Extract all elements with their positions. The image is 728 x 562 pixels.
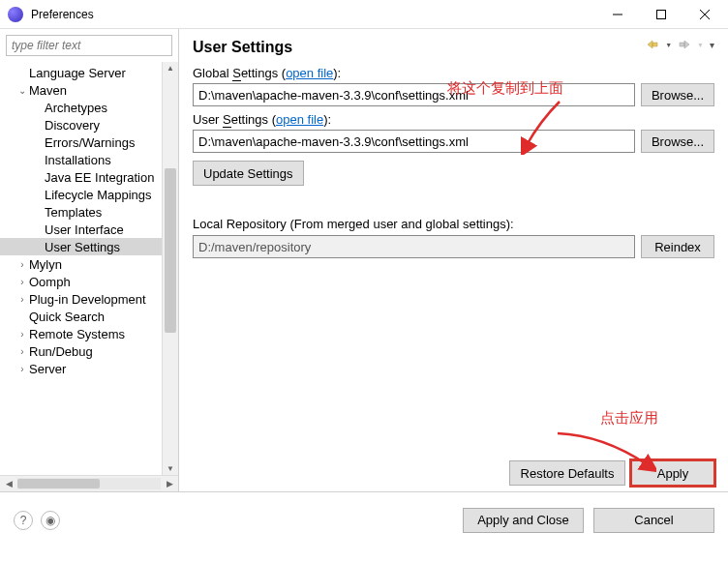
- titlebar: Preferences: [0, 0, 728, 29]
- tree-item[interactable]: ›Server: [0, 360, 162, 377]
- tree-item[interactable]: Templates: [0, 203, 162, 221]
- user-settings-label: User Settings (open file):: [193, 112, 714, 127]
- svg-rect-0: [656, 10, 665, 18]
- tree-item[interactable]: Quick Search: [0, 308, 162, 325]
- tree-item[interactable]: User Interface: [0, 221, 162, 238]
- user-settings-input[interactable]: [193, 130, 635, 153]
- reindex-button[interactable]: Reindex: [641, 235, 714, 258]
- local-repository-input: [193, 235, 635, 258]
- horizontal-scrollbar[interactable]: ◀ ▶: [0, 475, 178, 491]
- tree-item-label: Quick Search: [29, 310, 105, 324]
- global-settings-label: Global Settings (open file):: [193, 66, 714, 80]
- global-open-file-link[interactable]: open file: [286, 66, 333, 80]
- tree-item[interactable]: ⌄Maven: [0, 81, 162, 99]
- twisty-icon: ›: [15, 294, 29, 305]
- global-settings-input[interactable]: [193, 83, 635, 106]
- user-open-file-link[interactable]: open file: [276, 112, 323, 127]
- tree-item-label: Installations: [45, 153, 111, 167]
- tree-item[interactable]: Errors/Warnings: [0, 133, 162, 151]
- forward-icon[interactable]: [678, 39, 691, 50]
- help-icon[interactable]: ?: [14, 511, 33, 530]
- tree-item-label: Language Server: [29, 66, 126, 80]
- dialog-footer: ? ◉ Apply and Close Cancel: [0, 491, 728, 547]
- twisty-icon: ›: [15, 346, 29, 357]
- filter-input[interactable]: [6, 35, 172, 56]
- apply-button[interactable]: Apply: [631, 460, 714, 486]
- hscrollbar-thumb[interactable]: [17, 479, 100, 488]
- menu-icon[interactable]: ▾: [710, 40, 714, 50]
- tree-item-label: Oomph: [29, 275, 71, 289]
- user-browse-button[interactable]: Browse...: [641, 130, 714, 153]
- back-dropdown-icon[interactable]: ▼: [665, 42, 672, 48]
- tree-item-label: Lifecycle Mappings: [45, 188, 152, 202]
- tree-item[interactable]: Discovery: [0, 116, 162, 133]
- local-repository-label: Local Repository (From merged user and g…: [193, 217, 714, 231]
- tree-item[interactable]: Installations: [0, 151, 162, 168]
- tree-item-label: User Settings: [45, 240, 120, 254]
- minimize-button[interactable]: [595, 1, 639, 28]
- cancel-button[interactable]: Cancel: [593, 508, 714, 533]
- twisty-icon: ›: [15, 259, 29, 270]
- tree-item-label: Server: [29, 362, 66, 376]
- forward-dropdown-icon[interactable]: ▼: [697, 42, 704, 48]
- twisty-icon: ›: [15, 329, 29, 340]
- restore-defaults-button[interactable]: Restore Defaults: [509, 460, 625, 486]
- scroll-right-icon[interactable]: ▶: [163, 479, 176, 488]
- tree-item[interactable]: Language Server: [0, 64, 162, 81]
- tree-item[interactable]: User Settings: [0, 238, 162, 255]
- apply-and-close-button[interactable]: Apply and Close: [463, 508, 584, 533]
- app-icon: [8, 7, 23, 22]
- preference-tree[interactable]: Language Server⌄MavenArchetypesDiscovery…: [0, 62, 162, 475]
- update-settings-button[interactable]: Update Settings: [193, 161, 304, 186]
- scroll-left-icon[interactable]: ◀: [2, 479, 15, 488]
- twisty-icon: ›: [15, 277, 29, 287]
- twisty-icon: ›: [15, 364, 29, 374]
- settings-page: User Settings ▼ ▼ ▾ Global Settings (ope…: [179, 29, 728, 491]
- tree-item[interactable]: ›Plug-in Development: [0, 290, 162, 308]
- page-title: User Settings: [193, 39, 714, 56]
- tree-item[interactable]: ›Remote Systems: [0, 325, 162, 342]
- tree-item[interactable]: Lifecycle Mappings: [0, 186, 162, 203]
- tree-item[interactable]: ›Oomph: [0, 273, 162, 290]
- tree-item-label: Maven: [29, 83, 67, 98]
- back-icon[interactable]: [646, 39, 659, 50]
- tree-item-label: Java EE Integration: [45, 170, 154, 185]
- page-toolbar: ▼ ▼ ▾: [646, 39, 714, 50]
- tree-item[interactable]: Java EE Integration: [0, 168, 162, 186]
- sidebar: Language Server⌄MavenArchetypesDiscovery…: [0, 29, 179, 491]
- window-title: Preferences: [31, 8, 595, 21]
- tree-item-label: Mylyn: [29, 257, 62, 272]
- tree-item-label: Plug-in Development: [29, 292, 146, 307]
- tree-item-label: User Interface: [45, 222, 124, 237]
- tree-item[interactable]: ›Mylyn: [0, 255, 162, 273]
- close-button[interactable]: [682, 1, 726, 28]
- tree-item[interactable]: ›Run/Debug: [0, 342, 162, 360]
- tree-item-label: Remote Systems: [29, 327, 125, 341]
- tree-item-label: Templates: [45, 205, 102, 220]
- global-browse-button[interactable]: Browse...: [641, 83, 714, 106]
- maximize-button[interactable]: [639, 1, 682, 28]
- tree-item-label: Run/Debug: [29, 344, 93, 359]
- vertical-scrollbar[interactable]: ▲▼: [162, 62, 178, 475]
- tree-item-label: Errors/Warnings: [45, 135, 135, 150]
- tree-item-label: Discovery: [45, 118, 100, 133]
- scrollbar-thumb[interactable]: [165, 168, 176, 333]
- tree-item[interactable]: Archetypes: [0, 99, 162, 116]
- tree-item-label: Archetypes: [45, 101, 107, 115]
- import-export-icon[interactable]: ◉: [41, 511, 60, 530]
- twisty-icon: ⌄: [15, 85, 29, 96]
